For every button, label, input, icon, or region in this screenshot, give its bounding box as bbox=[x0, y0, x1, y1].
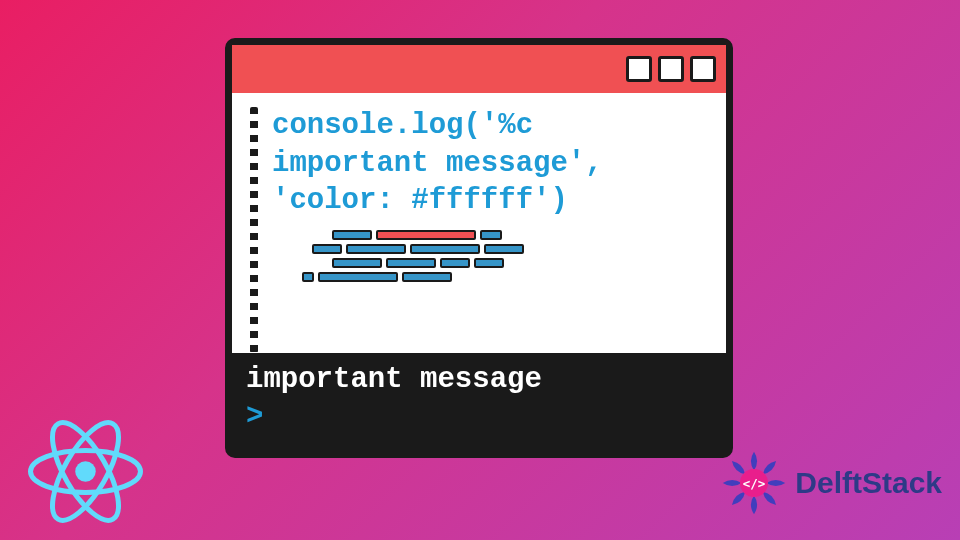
code-line: console.log('%c bbox=[272, 107, 714, 145]
window-control-icon bbox=[690, 56, 716, 82]
code-line: important message', bbox=[272, 145, 714, 183]
window-control-icon bbox=[626, 56, 652, 82]
code-area: console.log('%c important message', 'col… bbox=[232, 93, 726, 353]
code-line: 'color: #ffffff') bbox=[272, 182, 714, 220]
svg-point-0 bbox=[75, 461, 96, 482]
window-control-icon bbox=[658, 56, 684, 82]
console-prompt: > bbox=[246, 400, 712, 433]
console-output-area: important message > bbox=[232, 353, 726, 451]
brand-name: DelftStack bbox=[795, 466, 942, 500]
react-icon bbox=[28, 419, 143, 524]
svg-text:</>: </> bbox=[743, 476, 766, 491]
line-gutter bbox=[250, 107, 258, 353]
decorative-bricks bbox=[272, 230, 714, 282]
console-message: important message bbox=[246, 363, 712, 396]
delftstack-logo: </> DelftStack bbox=[715, 444, 942, 522]
window-titlebar bbox=[232, 45, 726, 93]
delftstack-ornament-icon: </> bbox=[715, 444, 793, 522]
terminal-window: console.log('%c important message', 'col… bbox=[225, 38, 733, 458]
